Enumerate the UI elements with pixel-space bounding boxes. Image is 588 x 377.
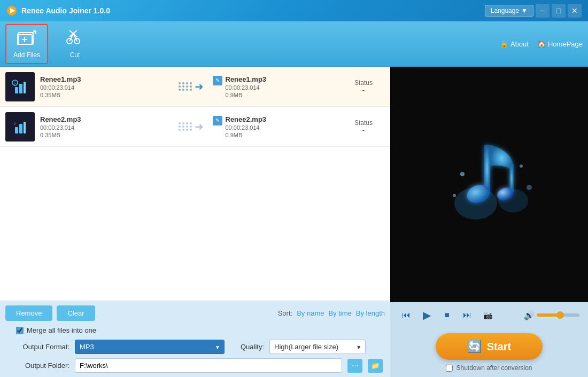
- quality-select-wrapper: High(Larger file size) Medium Low: [269, 340, 366, 354]
- clear-button[interactable]: Clear: [57, 305, 95, 321]
- quality-select[interactable]: High(Larger file size) Medium Low: [269, 340, 366, 354]
- browse-button[interactable]: ⋯: [347, 359, 362, 373]
- output-size: 0.9MB: [226, 92, 267, 98]
- status-label: Status: [342, 119, 385, 127]
- language-dropdown-icon: ▼: [521, 7, 528, 14]
- volume-icon: 🔊: [524, 310, 535, 320]
- svg-text:♪: ♪: [14, 121, 17, 126]
- about-link[interactable]: 🔒 About: [500, 40, 529, 48]
- titlebar-controls: Language ▼ ─ □ ✕: [485, 4, 582, 18]
- output-size: 0.9MB: [226, 132, 267, 138]
- homepage-link[interactable]: 🏠 HomePage: [537, 40, 583, 48]
- output-format-select[interactable]: MP3 WAV AAC FLAC OGG: [75, 340, 225, 354]
- arrow-dots: [179, 122, 192, 131]
- maximize-button[interactable]: □: [552, 4, 566, 18]
- shutdown-label: Shutdown after conversion: [456, 364, 532, 372]
- sort-area: Sort: By name By time By length: [278, 309, 385, 317]
- status-label: Status: [342, 79, 385, 87]
- sort-by-length[interactable]: By length: [356, 309, 385, 317]
- edit-output-button[interactable]: ✎: [213, 76, 222, 85]
- right-panel: ⏮ ▶ ■ ⏭ 📷 🔊 🔄 Start Shutdown after conve…: [390, 67, 588, 377]
- file-size: 0.35MB: [40, 132, 170, 138]
- skip-back-button[interactable]: ⏮: [399, 308, 414, 323]
- output-format-row: Output Format: MP3 WAV AAC FLAC OGG Qual…: [5, 340, 385, 354]
- output-folder-row: Output Folder: ⋯ 📁: [5, 358, 385, 373]
- svg-point-34: [453, 194, 456, 197]
- status-value: -: [342, 127, 385, 134]
- output-format-label: Output Format:: [11, 343, 69, 351]
- start-button[interactable]: 🔄 Start: [436, 333, 543, 360]
- svg-rect-17: [24, 82, 26, 93]
- titlebar: Renee Audio Joiner 1.0.0 Language ▼ ─ □ …: [0, 0, 588, 21]
- file-name: Renee2.mp3: [40, 115, 170, 123]
- table-row[interactable]: ♪ Renee2.mp3 00:00:23.014 0.35MB ➜: [0, 107, 390, 147]
- add-files-icon: [17, 29, 36, 49]
- sort-label: Sort:: [278, 309, 292, 317]
- svg-point-32: [520, 164, 523, 168]
- main-area: ♪ Renee1.mp3 00:00:23.014 0.35MB ➜: [0, 67, 588, 377]
- start-label: Start: [487, 341, 512, 353]
- table-row[interactable]: ♪ Renee1.mp3 00:00:23.014 0.35MB ➜: [0, 67, 390, 107]
- remove-button[interactable]: Remove: [5, 305, 52, 321]
- file-size: 0.35MB: [40, 92, 170, 98]
- shutdown-row: Shutdown after conversion: [446, 364, 532, 372]
- output-folder-label: Output Folder:: [11, 362, 69, 370]
- cut-button[interactable]: Cut: [53, 24, 96, 64]
- sort-by-time[interactable]: By time: [328, 309, 351, 317]
- cut-icon: [65, 29, 84, 49]
- svg-point-31: [460, 172, 465, 176]
- action-buttons-row: Remove Clear Sort: By name By time By le…: [5, 305, 385, 321]
- svg-point-29: [454, 187, 497, 219]
- volume-track[interactable]: [537, 313, 579, 317]
- toolbar: Add Files Cut 🔒 About 🏠 HomePage: [0, 21, 588, 67]
- svg-rect-15: [15, 87, 18, 93]
- file-info: Renee2.mp3 00:00:23.014 0.35MB: [40, 115, 170, 138]
- close-button[interactable]: ✕: [568, 4, 582, 18]
- about-icon: 🔒: [500, 40, 508, 48]
- preview-area: [390, 67, 588, 302]
- left-panel: ♪ Renee1.mp3 00:00:23.014 0.35MB ➜: [0, 67, 390, 377]
- volume-thumb[interactable]: [556, 311, 564, 319]
- shutdown-checkbox[interactable]: [446, 365, 453, 372]
- arrow-area: ➜: [170, 120, 213, 133]
- language-button[interactable]: Language ▼: [485, 5, 533, 17]
- add-files-button[interactable]: Add Files: [5, 24, 48, 64]
- svg-rect-21: [15, 127, 18, 133]
- svg-point-33: [527, 185, 532, 190]
- edit-output-button[interactable]: ✎: [213, 116, 222, 125]
- arrow-area: ➜: [170, 80, 213, 93]
- skip-forward-button[interactable]: ⏭: [460, 308, 475, 323]
- bottom-controls: Remove Clear Sort: By name By time By le…: [0, 301, 390, 377]
- stop-button[interactable]: ■: [439, 308, 454, 323]
- output-info: ✎ Renee2.mp3 00:00:23.014 0.9MB: [213, 115, 343, 138]
- player-controls: ⏮ ▶ ■ ⏭ 📷 🔊: [390, 302, 588, 328]
- app-title: Renee Audio Joiner 1.0.0: [21, 6, 485, 15]
- output-folder-input[interactable]: [75, 358, 342, 373]
- svg-text:♪: ♪: [14, 81, 17, 86]
- status-area: Status -: [342, 79, 385, 94]
- file-duration: 00:00:23.014: [40, 84, 170, 91]
- file-list[interactable]: ♪ Renee1.mp3 00:00:23.014 0.35MB ➜: [0, 67, 390, 301]
- music-graphic: [430, 134, 548, 235]
- minimize-button[interactable]: ─: [536, 4, 550, 18]
- svg-point-30: [498, 189, 528, 213]
- open-folder-button[interactable]: 📁: [368, 359, 383, 373]
- home-icon: 🏠: [537, 40, 546, 48]
- start-area: 🔄 Start Shutdown after conversion: [390, 328, 588, 377]
- play-button[interactable]: ▶: [419, 308, 434, 323]
- file-duration: 00:00:23.014: [40, 124, 170, 131]
- screenshot-button[interactable]: 📷: [480, 308, 495, 323]
- language-label: Language: [491, 7, 519, 14]
- output-info: ✎ Renee1.mp3 00:00:23.014 0.9MB: [213, 75, 343, 98]
- volume-slider-area: 🔊: [500, 310, 579, 320]
- svg-rect-23: [24, 122, 26, 133]
- toolbar-right-links: 🔒 About 🏠 HomePage: [500, 40, 583, 48]
- output-duration: 00:00:23.014: [226, 84, 267, 91]
- status-value: -: [342, 87, 385, 94]
- arrow-dots: [179, 82, 192, 91]
- file-thumbnail: ♪: [5, 112, 35, 142]
- svg-rect-22: [19, 124, 22, 133]
- merge-label: Merge all files into one: [27, 326, 96, 334]
- merge-checkbox[interactable]: [16, 327, 24, 334]
- sort-by-name[interactable]: By name: [297, 309, 324, 317]
